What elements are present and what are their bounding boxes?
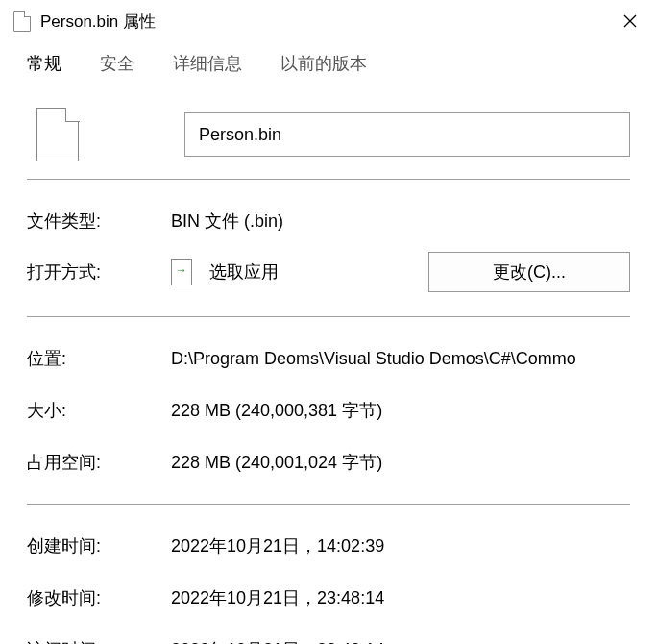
tab-details[interactable]: 详细信息 [154,42,261,87]
row-modified: 修改时间: 2022年10月21日，23:48:14 [27,574,630,622]
value-modified: 2022年10月21日，23:48:14 [171,586,630,609]
label-modified: 修改时间: [27,586,171,609]
tab-bar: 常规 安全 详细信息 以前的版本 [0,42,657,87]
value-size-on-disk: 228 MB (240,001,024 字节) [171,451,630,474]
tab-security[interactable]: 安全 [81,42,154,87]
filename-row [27,108,630,161]
row-filetype: 文件类型: BIN 文件 (.bin) [27,197,630,245]
file-icon [13,11,31,32]
value-filetype: BIN 文件 (.bin) [171,210,630,233]
label-size: 大小: [27,399,171,422]
label-opens-with: 打开方式: [27,260,171,284]
tab-content-general: 文件类型: BIN 文件 (.bin) 打开方式: 选取应用 更改(C)... … [0,87,657,644]
value-opens-with: 选取应用 [209,260,428,284]
tab-general[interactable]: 常规 [8,42,81,87]
label-filetype: 文件类型: [27,210,171,233]
value-created: 2022年10月21日，14:02:39 [171,534,630,557]
tab-previous-versions[interactable]: 以前的版本 [261,42,386,87]
row-size-on-disk: 占用空间: 228 MB (240,001,024 字节) [27,438,630,486]
change-button[interactable]: 更改(C)... [428,252,630,292]
value-accessed: 2022年10月21日，23:48:14 [171,638,630,644]
row-opens-with: 打开方式: 选取应用 更改(C)... [27,245,630,299]
separator [27,504,630,505]
value-location: D:\Program Deoms\Visual Studio Demos\C#\… [171,349,630,369]
titlebar: Person.bin 属性 [0,0,657,42]
window-title: Person.bin 属性 [40,11,603,33]
separator [27,179,630,180]
filename-input[interactable] [184,112,630,157]
label-created: 创建时间: [27,534,171,557]
separator [27,316,630,317]
row-created: 创建时间: 2022年10月21日，14:02:39 [27,522,630,570]
label-location: 位置: [27,347,171,370]
file-type-icon [36,108,79,161]
row-size: 大小: 228 MB (240,000,381 字节) [27,386,630,434]
open-with-app-icon [171,259,192,285]
row-location: 位置: D:\Program Deoms\Visual Studio Demos… [27,334,630,383]
label-accessed: 访问时间: [27,638,171,644]
close-icon[interactable] [603,0,657,42]
row-accessed: 访问时间: 2022年10月21日，23:48:14 [27,626,630,644]
label-size-on-disk: 占用空间: [27,451,171,474]
value-size: 228 MB (240,000,381 字节) [171,399,630,422]
